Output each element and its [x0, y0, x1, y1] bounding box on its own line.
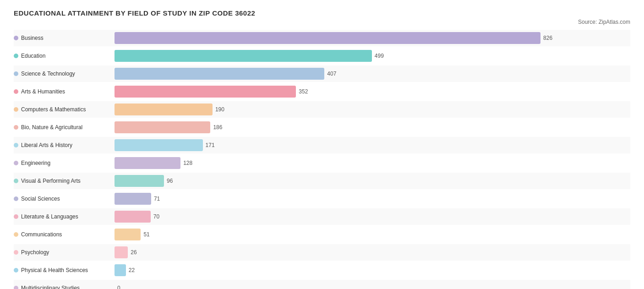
bar-dot [14, 125, 18, 130]
bar-row: Liberal Arts & History171 [14, 137, 630, 153]
bar-dot [14, 54, 18, 58]
bar-label: Engineering [14, 160, 115, 166]
bar-value: 352 [299, 88, 308, 95]
bar-dot [14, 268, 18, 273]
bar-fill [115, 211, 151, 223]
bar-area: 70 [115, 211, 630, 223]
bar-value: 70 [153, 213, 159, 220]
bar-row: Visual & Performing Arts96 [14, 173, 630, 189]
bar-area: 190 [115, 104, 630, 115]
bar-label: Communications [14, 231, 115, 238]
bar-value: 826 [543, 35, 552, 41]
chart-title: EDUCATIONAL ATTAINMENT BY FIELD OF STUDY… [14, 9, 630, 17]
bar-label: Physical & Health Sciences [14, 267, 115, 273]
bar-label-text: Engineering [21, 160, 50, 166]
bar-dot [14, 214, 18, 219]
bar-label-text: Computers & Mathematics [21, 106, 86, 113]
bar-label-text: Science & Technology [21, 71, 75, 77]
bar-label: Science & Technology [14, 71, 115, 77]
bar-area: 352 [115, 86, 630, 98]
bar-area: 51 [115, 229, 630, 240]
bar-row: Arts & Humanities352 [14, 83, 630, 100]
bar-label-text: Education [21, 53, 45, 59]
bar-value: 51 [143, 231, 149, 238]
bar-fill [115, 68, 324, 80]
chart-body: Business826Education499Science & Technol… [14, 30, 630, 289]
bar-value: 22 [129, 267, 135, 273]
bar-fill [115, 104, 213, 115]
bar-area: 0 [115, 282, 630, 289]
bar-fill [115, 229, 141, 240]
bar-value: 26 [131, 249, 136, 256]
bar-dot [14, 143, 18, 147]
bar-label: Literature & Languages [14, 213, 115, 220]
bar-area: 71 [115, 193, 630, 205]
bar-fill [115, 32, 540, 44]
bar-value: 186 [213, 124, 222, 131]
bar-dot [14, 89, 18, 94]
bar-label: Liberal Arts & History [14, 142, 115, 148]
bar-row: Engineering128 [14, 155, 630, 171]
bar-label: Computers & Mathematics [14, 106, 115, 113]
bar-dot [14, 107, 18, 112]
bar-label-text: Communications [21, 231, 62, 238]
bar-value: 499 [375, 53, 384, 59]
bar-row: Science & Technology407 [14, 65, 630, 82]
bar-value: 407 [327, 71, 336, 77]
bar-value: 96 [167, 178, 173, 184]
bar-label: Social Sciences [14, 196, 115, 202]
bar-dot [14, 196, 18, 201]
bar-dot [14, 250, 18, 255]
source-label: Source: ZipAtlas.com [14, 19, 630, 25]
bar-fill [115, 139, 203, 151]
bar-label-text: Social Sciences [21, 196, 60, 202]
bar-row: Social Sciences71 [14, 191, 630, 207]
bar-label-text: Liberal Arts & History [21, 142, 72, 148]
bar-label-text: Bio, Nature & Agricultural [21, 124, 82, 131]
bar-row: Business826 [14, 30, 630, 46]
bar-area: 128 [115, 157, 630, 169]
bar-fill [115, 193, 151, 205]
bar-row: Computers & Mathematics190 [14, 101, 630, 118]
bar-area: 26 [115, 246, 630, 258]
bar-dot [14, 71, 18, 76]
bar-row: Physical & Health Sciences22 [14, 262, 630, 278]
bar-label: Multidisciplinary Studies [14, 285, 115, 289]
bar-value: 171 [206, 142, 215, 148]
bar-label-text: Psychology [21, 249, 49, 256]
bar-area: 826 [115, 32, 630, 44]
bar-label-text: Literature & Languages [21, 213, 78, 220]
bar-row: Bio, Nature & Agricultural186 [14, 119, 630, 136]
bar-row: Literature & Languages70 [14, 208, 630, 225]
bar-value: 0 [117, 285, 120, 289]
bar-fill [115, 157, 180, 169]
chart-container: Business826Education499Science & Technol… [14, 30, 630, 289]
bar-label-text: Multidisciplinary Studies [21, 285, 80, 289]
bar-fill [115, 246, 128, 258]
bar-label: Business [14, 35, 115, 41]
bar-value: 71 [154, 196, 160, 202]
bar-label: Psychology [14, 249, 115, 256]
bar-dot [14, 286, 18, 289]
bar-area: 499 [115, 50, 630, 62]
bar-label-text: Business [21, 35, 44, 41]
bar-label: Education [14, 53, 115, 59]
bar-area: 171 [115, 139, 630, 151]
bar-dot [14, 179, 18, 183]
bar-dot [14, 161, 18, 165]
bar-dot [14, 36, 18, 40]
bar-area: 407 [115, 68, 630, 80]
bar-area: 186 [115, 121, 630, 133]
bar-value: 128 [183, 160, 192, 166]
bar-fill [115, 86, 296, 98]
bar-label: Bio, Nature & Agricultural [14, 124, 115, 131]
bar-label-text: Physical & Health Sciences [21, 267, 88, 273]
bar-fill [115, 121, 210, 133]
bar-label-text: Visual & Performing Arts [21, 178, 81, 184]
bar-row: Education499 [14, 48, 630, 64]
bar-fill [115, 175, 164, 187]
bar-row: Communications51 [14, 226, 630, 243]
bar-fill [115, 50, 372, 62]
bar-value: 190 [215, 106, 224, 113]
bar-label: Arts & Humanities [14, 88, 115, 95]
